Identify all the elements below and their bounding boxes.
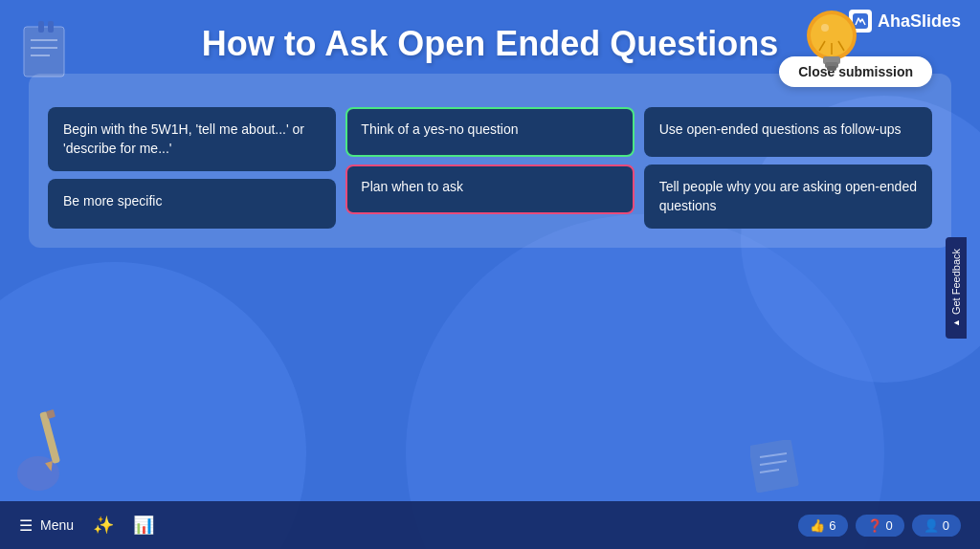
content-area: Close submission Begin with the 5W1H, 't… bbox=[29, 74, 951, 248]
card-1[interactable]: Begin with the 5W1H, 'tell me about...' … bbox=[48, 107, 336, 171]
cards-grid: Begin with the 5W1H, 'tell me about...' … bbox=[48, 107, 932, 229]
card-3[interactable]: Think of a yes-no question bbox=[345, 107, 634, 157]
feedback-tab[interactable]: ▲ Get Feedback bbox=[946, 237, 967, 339]
page-title: How to Ask Open Ended Questions bbox=[77, 24, 903, 64]
card-column-1: Begin with the 5W1H, 'tell me about...' … bbox=[48, 107, 336, 229]
user-count: 0 bbox=[943, 518, 949, 533]
svg-rect-20 bbox=[827, 66, 836, 71]
svg-rect-11 bbox=[750, 440, 799, 493]
user-icon: 👤 bbox=[924, 518, 939, 533]
deco-hand-pencil bbox=[10, 397, 86, 496]
thumbs-up-count: 6 bbox=[829, 518, 835, 533]
lightbulb-decoration bbox=[798, 5, 865, 95]
bottom-right-stats: 👍 6 ❓ 0 👤 0 bbox=[798, 515, 961, 537]
question-stat: ❓ 0 bbox=[856, 515, 904, 537]
card-6[interactable]: Tell people why you are asking open-ende… bbox=[644, 165, 932, 229]
bottom-bar: ☰ Menu ✨ 📊 👍 6 ❓ 0 👤 0 bbox=[0, 501, 980, 549]
card-column-2: Think of a yes-no question Plan when to … bbox=[345, 107, 634, 229]
sparkle-icon[interactable]: ✨ bbox=[93, 515, 114, 536]
feedback-label: Get Feedback bbox=[950, 249, 962, 315]
deco-notepad-bottom bbox=[750, 440, 808, 496]
chart-icon[interactable]: 📊 bbox=[133, 515, 154, 536]
hamburger-icon: ☰ bbox=[19, 516, 33, 535]
card-4[interactable]: Plan when to ask bbox=[345, 165, 634, 214]
thumbs-up-stat: 👍 6 bbox=[798, 515, 847, 537]
svg-rect-8 bbox=[39, 411, 60, 464]
feedback-arrow-icon: ▲ bbox=[951, 318, 961, 327]
card-5[interactable]: Use open-ended questions as follow-ups bbox=[644, 107, 932, 157]
card-column-3: Use open-ended questions as follow-ups T… bbox=[644, 107, 932, 229]
bottom-left-controls: ☰ Menu ✨ 📊 bbox=[19, 515, 154, 536]
question-icon: ❓ bbox=[867, 518, 882, 533]
menu-label: Menu bbox=[40, 517, 74, 533]
question-count: 0 bbox=[886, 518, 893, 533]
menu-button[interactable]: ☰ Menu bbox=[19, 516, 74, 535]
svg-point-24 bbox=[821, 24, 829, 32]
card-2[interactable]: Be more specific bbox=[48, 179, 336, 229]
thumbs-up-icon: 👍 bbox=[810, 518, 825, 533]
user-stat: 👤 0 bbox=[912, 515, 961, 537]
